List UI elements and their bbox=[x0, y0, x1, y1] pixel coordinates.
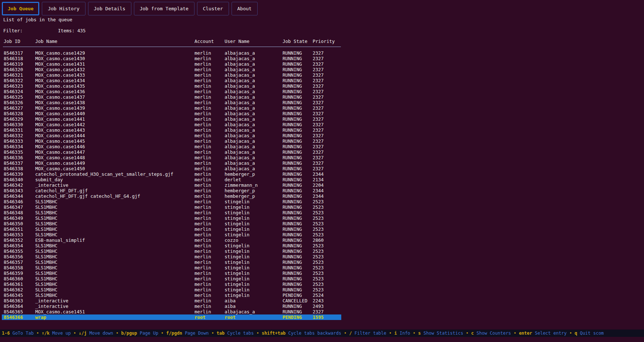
job-id-cell: 8546324 bbox=[4, 89, 23, 94]
table-row[interactable]: 8546343catechol_HF_DFT.gjfmerlinhemberge… bbox=[0, 188, 341, 193]
table-row[interactable]: 8546324MOX_casmo.case1436merlinalbajacas… bbox=[0, 89, 341, 94]
table-row[interactable]: 8546361SLS1MBHCmerlinstingelinRUNNING252… bbox=[0, 281, 341, 287]
job-id-cell: 8546333 bbox=[4, 138, 23, 144]
account-cell: merlin bbox=[194, 160, 211, 166]
table-row[interactable]: 8546352ESB-manual_simplifmerlincozzoRUNN… bbox=[0, 237, 341, 243]
table-row[interactable]: 8546356SLS1MBHCmerlinstingelinRUNNING252… bbox=[0, 254, 341, 259]
table-row[interactable]: 8546325MOX_casmo.case1437merlinalbajacas… bbox=[0, 94, 341, 100]
table-row[interactable]: 8546337MOX_casmo.case1449merlinalbajacas… bbox=[0, 160, 341, 166]
user-name-cell: stingelin bbox=[225, 232, 250, 237]
job-name-cell: MOX_casmo.case1433 bbox=[35, 72, 85, 78]
column-header-job-id: Job ID bbox=[4, 39, 20, 44]
table-row[interactable]: 8546334MOX_casmo.case1446merlinalbajacas… bbox=[0, 144, 341, 149]
job-state-cell: RUNNING bbox=[283, 215, 302, 221]
table-row[interactable]: 8546326MOX_casmo.case1438merlinalbajacas… bbox=[0, 100, 341, 105]
job-name-cell: SLS1MBHC bbox=[35, 204, 57, 210]
table-row[interactable]: 8546336MOX_casmo.case1448merlinalbajacas… bbox=[0, 155, 341, 160]
table-row[interactable]: 8546342_interactivemerlinzimmermann_nRUN… bbox=[0, 182, 341, 188]
job-name-cell: _interactive bbox=[35, 182, 68, 188]
job-state-cell: RUNNING bbox=[283, 232, 302, 237]
table-row[interactable]: 8546318MOX_casmo.case1430merlinalbajacas… bbox=[0, 56, 341, 61]
user-name-cell: albajacas_a bbox=[225, 100, 255, 105]
tab-about[interactable]: About bbox=[232, 2, 258, 15]
table-row[interactable]: 8546353SLS1MBHCmerlinstingelinRUNNING252… bbox=[0, 232, 341, 237]
items-value: 435 bbox=[77, 28, 86, 33]
tab-cluster[interactable]: Cluster bbox=[197, 2, 229, 15]
account-cell: merlin bbox=[194, 232, 211, 237]
job-state-cell: CANCELLED bbox=[283, 298, 308, 303]
job-name-cell: MOX_casmo.case1436 bbox=[35, 89, 85, 94]
account-cell: merlin bbox=[194, 89, 211, 94]
user-name-cell: stingelin bbox=[225, 215, 250, 221]
table-row[interactable]: 8546358SLS1MBHCmerlinstingelinRUNNING252… bbox=[0, 265, 341, 270]
table-row[interactable]: 8546320MOX_casmo.case1432merlinalbajacas… bbox=[0, 67, 341, 72]
priority-cell: 2327 bbox=[313, 94, 324, 100]
table-row[interactable]: 8546355SLS1MBHCmerlinstingelinRUNNING252… bbox=[0, 248, 341, 254]
tab-job-details[interactable]: Job Details bbox=[88, 2, 131, 15]
job-state-cell: RUNNING bbox=[283, 155, 302, 160]
tab-job-queue[interactable]: Job Queue bbox=[2, 2, 39, 15]
priority-cell: 2327 bbox=[313, 78, 324, 83]
table-row[interactable]: 8546330MOX_casmo.case1442merlinalbajacas… bbox=[0, 122, 341, 127]
account-cell: merlin bbox=[194, 155, 211, 160]
job-name-cell: MOX_casmo.case1440 bbox=[35, 111, 85, 116]
table-row[interactable]: 8546349SLS1MBHCmerlinstingelinRUNNING252… bbox=[0, 215, 341, 221]
table-row[interactable]: 8546360SLS1MBHCmerlinstingelinRUNNING252… bbox=[0, 276, 341, 281]
user-name-cell: derlet bbox=[225, 177, 241, 182]
table-row[interactable]: 8546362SLS1MBHCmerlinstingelinRUNNING252… bbox=[0, 287, 341, 292]
table-row[interactable]: 8546363_interactivemerlinaibaCANCELLED22… bbox=[0, 298, 341, 303]
table-row[interactable]: 8546322MOX_casmo.case1434merlinalbajacas… bbox=[0, 78, 341, 83]
account-cell: merlin bbox=[194, 237, 211, 243]
table-row[interactable]: 8546346SLS1MBHCmerlinstingelinRUNNING252… bbox=[0, 199, 341, 204]
table-row[interactable]: 8546321MOX_casmo.case1433merlinalbajacas… bbox=[0, 72, 341, 78]
table-row[interactable]: 8546354SLS1MBHCmerlinstingelinRUNNING252… bbox=[0, 243, 341, 248]
table-row[interactable]: 8546329MOX_casmo.case1441merlinalbajacas… bbox=[0, 116, 341, 122]
table-row-selected[interactable]: 8546366wraprootrootPENDING1595 bbox=[0, 314, 341, 320]
account-cell: merlin bbox=[194, 72, 211, 78]
separator-dot: • bbox=[34, 331, 42, 336]
tab-job-history[interactable]: Job History bbox=[42, 2, 85, 15]
filter-label: Filter: bbox=[3, 28, 23, 33]
priority-cell: 2344 bbox=[313, 171, 324, 177]
table-row[interactable]: 8546364_interactivemerlinaibaRUNNING2493 bbox=[0, 303, 341, 309]
table-row[interactable]: 8546332MOX_casmo.case1444merlinalbajacas… bbox=[0, 133, 341, 138]
table-header: Job IDJob NameAccountUser NameJob StateP… bbox=[0, 39, 644, 44]
table-row[interactable]: 8546357SLS1MBHCmerlinstingelinRUNNING252… bbox=[0, 259, 341, 265]
table-row[interactable]: 8546350SLS1MBHCmerlinstingelinRUNNING252… bbox=[0, 221, 341, 226]
user-name-cell: stingelin bbox=[225, 276, 250, 281]
account-cell: merlin bbox=[194, 298, 211, 303]
job-name-cell: MOX_casmo.case1430 bbox=[35, 56, 85, 61]
job-id-cell: 8546342 bbox=[4, 182, 23, 188]
table-row[interactable]: 8546328MOX_casmo.case1440merlinalbajacas… bbox=[0, 111, 341, 116]
table-row[interactable]: 8546338MOX_casmo.case1450merlinalbajacas… bbox=[0, 166, 341, 171]
tab-job-from-template[interactable]: Job from Template bbox=[134, 2, 194, 15]
user-name-cell: albajacas_a bbox=[225, 309, 255, 314]
table-row[interactable]: 8546319MOX_casmo.case1431merlinalbajacas… bbox=[0, 61, 341, 67]
table-row[interactable]: 8546323MOX_casmo.case1435merlinalbajacas… bbox=[0, 83, 341, 89]
hotkey-desc: Move up bbox=[50, 331, 71, 336]
table-row[interactable]: 8546327MOX_casmo.case1439merlinalbajacas… bbox=[0, 105, 341, 111]
table-row[interactable]: 8546340submit_daymerlinderletRUNNING2134 bbox=[0, 177, 341, 182]
table-row[interactable]: 8546359SLS1MBHCmerlinstingelinRUNNING252… bbox=[0, 270, 341, 276]
job-id-cell: 8546349 bbox=[4, 215, 23, 221]
table-row[interactable]: 8546335MOX_casmo.case1447merlinalbajacas… bbox=[0, 149, 341, 155]
user-name-cell: albajacas_a bbox=[225, 155, 255, 160]
job-name-cell: MOX_casmo.case1446 bbox=[35, 144, 85, 149]
table-row[interactable]: 8546317MOX_casmo.case1429merlinalbajacas… bbox=[0, 50, 341, 56]
table-row[interactable]: 8546344catechol_HF_DFT.gjf catechol_HF_G… bbox=[0, 193, 341, 199]
job-table: 8546317MOX_casmo.case1429merlinalbajacas… bbox=[0, 50, 341, 320]
job-id-cell: 8546337 bbox=[4, 160, 23, 166]
table-row[interactable]: 8546339catechol_protonated_H3O_scan_yet_… bbox=[0, 171, 341, 177]
table-row[interactable]: 8546331MOX_casmo.case1443merlinalbajacas… bbox=[0, 127, 341, 133]
table-row[interactable]: 8546351SLS1MBHCmerlinstingelinRUNNING252… bbox=[0, 226, 341, 232]
job-name-cell: MOX_casmo.case1445 bbox=[35, 138, 85, 144]
job-state-cell: RUNNING bbox=[283, 61, 302, 67]
table-row[interactable]: 8546365MOX_casmo.case1451merlinalbajacas… bbox=[0, 309, 341, 314]
priority-cell: 2523 bbox=[313, 226, 324, 232]
table-row[interactable]: 8546348SLS1MBHCmerlinstingelinRUNNING252… bbox=[0, 210, 341, 215]
table-row[interactable]: 8546345SLS1MBHCmerlinstingelinPENDING252… bbox=[0, 292, 341, 298]
job-state-cell: PENDING bbox=[283, 292, 302, 298]
account-cell: merlin bbox=[194, 61, 211, 67]
table-row[interactable]: 8546333MOX_casmo.case1445merlinalbajacas… bbox=[0, 138, 341, 144]
table-row[interactable]: 8546347SLS1MBHCmerlinstingelinRUNNING252… bbox=[0, 204, 341, 210]
